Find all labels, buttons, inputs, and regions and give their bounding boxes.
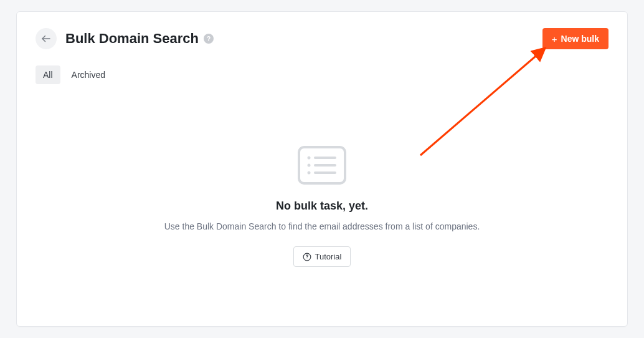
- svg-rect-5: [314, 164, 336, 167]
- new-bulk-label: New bulk: [561, 34, 599, 44]
- svg-point-2: [308, 157, 311, 160]
- svg-rect-3: [314, 157, 336, 159]
- main-card: Bulk Domain Search ? + New bulk All Arch…: [16, 11, 628, 327]
- list-icon: [298, 146, 346, 187]
- tabs: All Archived: [36, 65, 113, 84]
- arrow-left-icon: [40, 33, 52, 44]
- header: Bulk Domain Search ? + New bulk: [36, 28, 608, 49]
- svg-line-11: [420, 49, 544, 155]
- new-bulk-button[interactable]: + New bulk: [542, 28, 608, 49]
- svg-point-6: [308, 171, 311, 175]
- page-title: Bulk Domain Search: [65, 31, 199, 47]
- question-circle-icon: [303, 253, 311, 261]
- empty-title: No bulk task, yet.: [276, 200, 368, 213]
- svg-point-9: [306, 258, 307, 259]
- svg-point-4: [308, 164, 311, 167]
- tutorial-button[interactable]: Tutorial: [293, 246, 351, 267]
- annotation-arrow: [415, 42, 552, 160]
- tab-label: Archived: [72, 70, 105, 80]
- tab-all[interactable]: All: [36, 65, 60, 84]
- empty-state: No bulk task, yet. Use the Bulk Domain S…: [17, 146, 627, 267]
- tab-archived[interactable]: Archived: [64, 65, 113, 84]
- tutorial-label: Tutorial: [315, 252, 342, 261]
- empty-subtitle: Use the Bulk Domain Search to find the e…: [164, 221, 480, 231]
- back-button[interactable]: [36, 28, 57, 49]
- svg-rect-7: [314, 171, 336, 174]
- header-left: Bulk Domain Search ?: [36, 28, 214, 49]
- help-icon[interactable]: ?: [204, 34, 214, 44]
- title-wrap: Bulk Domain Search ?: [65, 31, 214, 47]
- tab-label: All: [43, 70, 53, 80]
- plus-icon: +: [552, 34, 557, 44]
